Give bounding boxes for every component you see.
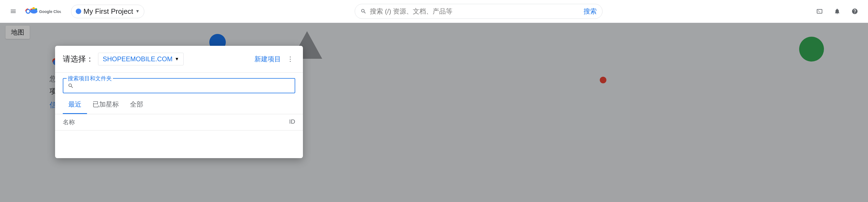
modal-search-field: 搜索项目和文件夹 <box>63 78 295 93</box>
terminal-icon-button[interactable] <box>813 5 826 18</box>
navbar-left: Google Cloud My First Project ▼ <box>7 5 144 18</box>
modal-search-input[interactable] <box>76 81 290 90</box>
search-input[interactable] <box>370 7 580 15</box>
table-col-id-header: ID <box>240 118 295 126</box>
navbar: Google Cloud My First Project ▼ 搜索 <box>0 0 868 23</box>
modal-search-icon <box>68 83 74 89</box>
modal-select-label: 请选择： <box>63 54 94 64</box>
modal-search-wrapper: 搜索项目和文件夹 <box>55 73 303 93</box>
svg-point-2 <box>27 10 29 13</box>
hamburger-menu-button[interactable] <box>7 5 20 18</box>
tab-all[interactable]: 全部 <box>124 96 149 114</box>
search-bar: 搜索 <box>355 4 602 19</box>
tab-recent[interactable]: 最近 <box>63 96 87 114</box>
modal-body <box>55 130 303 158</box>
more-options-button[interactable]: ⋮ <box>285 54 295 64</box>
search-button[interactable]: 搜索 <box>584 7 597 16</box>
org-dropdown-arrow-icon: ▼ <box>175 56 179 61</box>
org-selector-dropdown[interactable]: SHOPEEMOBILE.COM ▼ <box>98 53 184 66</box>
more-icon: ⋮ <box>287 55 293 63</box>
tab-starred[interactable]: 已加星标 <box>87 96 124 114</box>
new-project-button[interactable]: 新建项目 <box>250 52 285 66</box>
svg-text:Google Cloud: Google Cloud <box>39 9 61 14</box>
search-bar-container: 搜索 <box>144 4 813 19</box>
table-col-name-header: 名称 <box>63 118 240 126</box>
org-selector-name: SHOPEEMOBILE.COM <box>103 55 173 63</box>
table-header: 名称 ID <box>55 114 303 130</box>
google-cloud-logo[interactable]: Google Cloud <box>25 6 61 17</box>
svg-point-6 <box>30 9 37 14</box>
project-selector[interactable]: My First Project ▼ <box>71 5 144 18</box>
modal-tabs: 最近 已加星标 全部 <box>55 96 303 114</box>
notifications-icon-button[interactable] <box>831 5 844 18</box>
search-icon <box>361 8 367 14</box>
help-icon-button[interactable] <box>848 5 861 18</box>
modal-header: 请选择： SHOPEEMOBILE.COM ▼ 新建项目 ⋮ <box>55 46 303 73</box>
project-dropdown-arrow: ▼ <box>135 9 140 14</box>
modal-search-field-label: 搜索项目和文件夹 <box>67 75 113 82</box>
project-name: My First Project <box>84 7 133 16</box>
project-selector-modal: 请选择： SHOPEEMOBILE.COM ▼ 新建项目 ⋮ 搜索项目和文件夹 … <box>55 46 303 158</box>
navbar-right <box>813 5 861 18</box>
project-dot <box>76 8 81 14</box>
background-content: 地图 欢迎 您目前位于 shopeemobile.com 项目编号： 82788… <box>0 23 868 202</box>
